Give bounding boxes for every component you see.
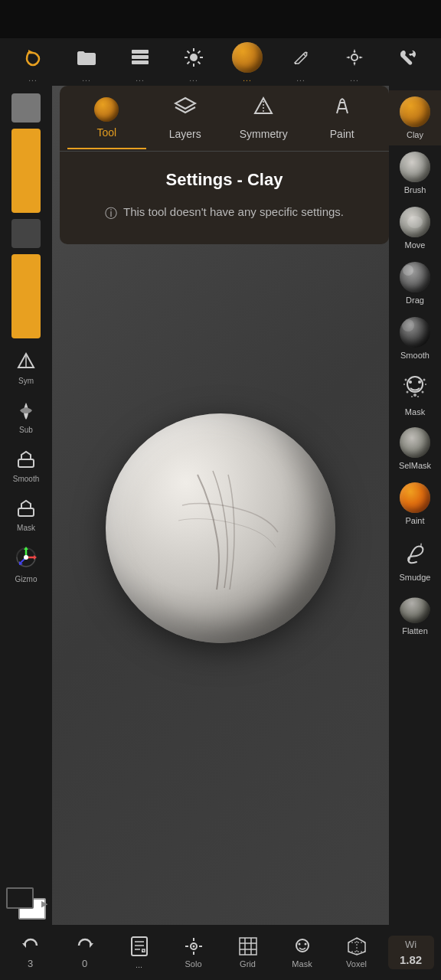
right-tool-drag[interactable]: Drag — [389, 256, 441, 311]
settings-content: Settings - Clay ⓘ This tool doesn't have… — [60, 152, 389, 244]
smudge-label: Smudge — [400, 573, 431, 582]
left-tool-sym[interactable]: Sym — [3, 345, 49, 390]
tab-tool[interactable]: Tool — [67, 97, 146, 149]
layers-tab-icon — [174, 95, 197, 123]
tab-symmetry[interactable]: Symmetry — [224, 95, 303, 151]
left-tool-mask[interactable]: Mask — [3, 492, 49, 537]
paint-label: Paint — [405, 516, 424, 525]
right-tool-mask[interactable]: Mask — [389, 366, 441, 421]
svg-point-40 — [411, 396, 413, 397]
redo-bottom-icon — [74, 936, 96, 955]
svg-rect-20 — [18, 508, 34, 516]
bottom-doc[interactable]: ... — [116, 936, 162, 969]
wrench-icon — [393, 42, 423, 73]
color-swatch-yellow-2[interactable] — [11, 254, 41, 338]
sym-label: Sym — [18, 377, 34, 385]
settings-title: Settings - Clay — [75, 170, 374, 190]
settings-info: ⓘ This tool doesn't have any specific se… — [75, 204, 374, 223]
toolbar-sun[interactable]: ... — [178, 42, 209, 83]
left-tool-smooth[interactable]: Smooth — [3, 443, 49, 488]
color-swatch-yellow-1[interactable] — [11, 129, 41, 213]
right-tool-paint[interactable]: Paint — [389, 476, 441, 531]
symmetry-tab-label: Symmetry — [240, 128, 288, 140]
settings-dropdown: Tool Layers Symmetry — [60, 86, 389, 244]
bottom-redo[interactable]: 0 — [62, 936, 108, 969]
smooth-left-icon — [15, 449, 37, 473]
flatten-label: Flatten — [402, 626, 428, 635]
bottom-wi-value[interactable]: Wi 1.82 — [388, 936, 434, 969]
settings-icon — [339, 42, 370, 73]
svg-point-38 — [422, 391, 424, 394]
svg-point-35 — [407, 391, 409, 394]
color-swatch-mid[interactable] — [11, 219, 41, 248]
bottom-mask[interactable]: Mask — [279, 936, 325, 969]
mask-bottom-icon — [292, 936, 312, 956]
right-tool-smudge[interactable]: Smudge — [389, 531, 441, 586]
info-icon: ⓘ — [105, 204, 117, 223]
toolbar-settings[interactable]: ... — [339, 42, 370, 83]
mask-left-label: Mask — [17, 524, 35, 532]
bottom-undo[interactable]: 3 — [8, 936, 54, 969]
svg-point-61 — [304, 943, 306, 946]
svg-point-33 — [405, 379, 407, 381]
tab-paint[interactable]: Paint — [303, 95, 382, 151]
undo-bottom-icon — [20, 936, 41, 955]
background-color — [6, 887, 34, 909]
bottom-grid[interactable]: Grid — [225, 936, 271, 969]
svg-point-39 — [413, 394, 416, 397]
stroke-color-indicator[interactable]: ▶ — [2, 884, 51, 923]
left-tool-gizmo[interactable]: Gizmo — [3, 541, 49, 586]
right-tool-clay[interactable]: Clay — [389, 90, 441, 145]
status-bar — [0, 0, 441, 38]
right-tool-flatten[interactable]: Flatten — [389, 586, 441, 642]
right-tool-move[interactable]: Move — [389, 201, 441, 256]
color-swatch-dark[interactable] — [11, 93, 41, 122]
svg-line-8 — [188, 51, 190, 53]
left-tool-sub[interactable]: Sub — [3, 394, 49, 439]
grid-icon — [238, 936, 258, 956]
toolbar-layers-main[interactable]: ... — [125, 42, 155, 83]
toolbar-wrench[interactable]: ... — [393, 42, 423, 83]
svg-rect-44 — [132, 937, 147, 956]
right-tool-smooth[interactable]: Smooth — [389, 311, 441, 366]
sub-icon — [16, 400, 36, 424]
layers-main-icon — [125, 42, 155, 73]
solo-icon — [184, 936, 204, 956]
right-tool-brush[interactable]: Brush — [389, 145, 441, 201]
bottom-voxel[interactable]: Voxel — [334, 936, 380, 969]
grid-label: Grid — [240, 959, 256, 969]
tool-tab-icon — [94, 97, 119, 122]
move-ball-icon — [400, 207, 430, 237]
paint-ball-icon — [400, 482, 430, 513]
svg-point-49 — [192, 946, 194, 948]
svg-point-41 — [417, 396, 419, 397]
sym-icon — [15, 351, 37, 375]
redo-count: 0 — [82, 958, 87, 969]
toolbar-folder[interactable]: ... — [71, 42, 102, 83]
clay-label: Clay — [407, 130, 423, 139]
toolbar-undo[interactable]: ... — [18, 42, 48, 83]
svg-line-12 — [303, 54, 305, 56]
selmask-ball-icon — [400, 427, 430, 458]
paint-tab-icon — [331, 95, 354, 123]
svg-point-3 — [190, 54, 198, 61]
bottom-solo[interactable]: Solo — [171, 936, 217, 969]
toolbar-pen[interactable]: ... — [286, 42, 316, 83]
svg-point-29 — [24, 555, 28, 560]
mask-right-label: Mask — [405, 407, 425, 416]
undo-count: 3 — [28, 958, 33, 969]
clay-ball-icon — [400, 96, 430, 127]
right-tool-selmask[interactable]: SelMask — [389, 421, 441, 476]
clay-sphere — [106, 413, 335, 643]
wi-label: Wi — [405, 939, 416, 950]
toolbar-clay-tool[interactable]: ... — [232, 42, 263, 83]
brush-label: Brush — [404, 185, 426, 194]
svg-point-36 — [423, 379, 426, 381]
mask-left-icon — [15, 498, 37, 522]
mask-icon — [398, 371, 432, 404]
svg-rect-58 — [240, 938, 256, 955]
tab-layers[interactable]: Layers — [146, 95, 225, 151]
left-sidebar: Sym Sub Smooth Mask — [0, 86, 52, 925]
flatten-icon — [400, 593, 430, 623]
smooth-left-label: Smooth — [13, 475, 39, 483]
